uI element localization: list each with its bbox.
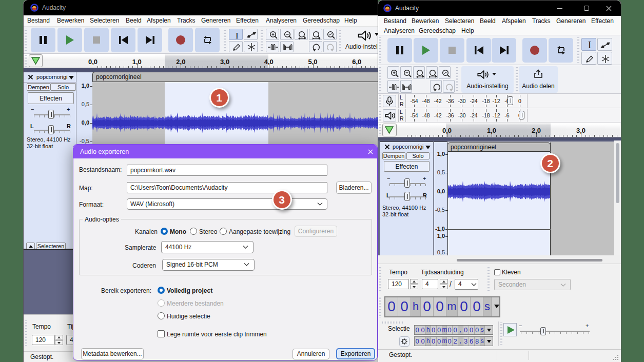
svg-text:I: I: [588, 40, 591, 50]
svg-text:I: I: [236, 31, 239, 40]
